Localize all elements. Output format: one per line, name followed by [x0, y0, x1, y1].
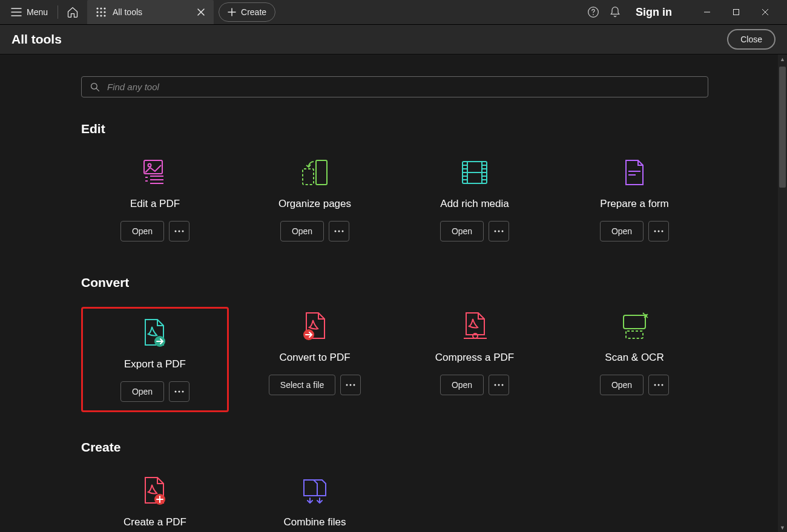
more-button[interactable] [648, 375, 669, 395]
plus-icon [228, 8, 236, 16]
open-button[interactable]: Open [280, 221, 324, 241]
svg-point-53 [495, 384, 496, 386]
search-input[interactable] [107, 82, 699, 92]
tool-label: Export a PDF [124, 358, 186, 370]
signin-link[interactable]: Sign in [631, 4, 677, 21]
svg-point-49 [350, 384, 352, 386]
svg-rect-11 [734, 10, 739, 15]
create-label: Create [241, 7, 266, 17]
tool-actions: Open [120, 221, 189, 241]
tool-label: Edit a PDF [130, 198, 180, 210]
svg-point-54 [498, 384, 500, 386]
svg-point-61 [662, 384, 664, 386]
close-window-button[interactable] [751, 1, 780, 24]
close-icon [762, 8, 769, 16]
more-button[interactable] [648, 221, 669, 241]
scrollbar[interactable]: ▲ ▼ [778, 54, 787, 532]
svg-rect-56 [624, 315, 645, 329]
scroll-up-icon[interactable]: ▲ [778, 54, 787, 64]
close-icon[interactable] [197, 8, 205, 16]
tool-card[interactable]: Convert to PDFSelect a file [241, 307, 389, 412]
scrollbar-thumb[interactable] [779, 67, 786, 188]
tool-grid: Edit a PDFOpenOrganize pagesOpenAdd rich… [81, 153, 708, 248]
page-title: All tools [12, 32, 62, 47]
tool-card[interactable]: Add rich mediaOpen [401, 153, 548, 248]
svg-point-20 [335, 231, 337, 232]
maximize-button[interactable] [722, 1, 751, 24]
svg-point-7 [100, 15, 102, 16]
scroll-down-icon[interactable]: ▼ [778, 523, 787, 532]
create-button[interactable]: Create [219, 2, 275, 22]
more-button[interactable] [169, 381, 189, 402]
hamburger-icon [11, 7, 22, 18]
svg-point-36 [498, 231, 500, 232]
maximize-icon [733, 8, 740, 16]
tool-actions: Select a file [269, 375, 361, 395]
ellipsis-icon [654, 230, 664, 232]
search-icon [90, 82, 100, 92]
svg-point-58 [645, 314, 647, 317]
search-field[interactable] [81, 76, 708, 97]
minimize-button[interactable] [693, 1, 722, 24]
home-button[interactable] [61, 1, 85, 23]
edit-pdf-icon [140, 158, 170, 187]
tool-label: Create a PDF [123, 516, 186, 528]
main: EditEdit a PDFOpenOrganize pagesOpenAdd … [0, 54, 787, 532]
more-button[interactable] [340, 375, 361, 395]
svg-point-4 [100, 11, 102, 13]
svg-point-42 [662, 231, 664, 232]
open-button[interactable]: Open [120, 381, 164, 402]
svg-point-37 [502, 231, 504, 232]
svg-point-6 [96, 15, 98, 16]
tool-card[interactable]: Prepare a formOpen [561, 153, 708, 248]
titlebar-right: Sign in [587, 1, 783, 24]
menu-button[interactable]: Menu [4, 3, 55, 21]
tool-label: Combine files [284, 516, 346, 528]
tool-card[interactable]: Combine filesOpen [241, 471, 389, 532]
scan-ocr-icon [620, 312, 649, 341]
tool-actions: Open [600, 375, 669, 395]
open-button[interactable]: Open [440, 375, 484, 395]
svg-point-16 [179, 231, 180, 232]
ellipsis-icon [174, 390, 184, 393]
tool-label: Add rich media [440, 198, 509, 210]
open-button[interactable]: Select a file [269, 375, 335, 395]
tool-card[interactable]: Export a PDFOpen [81, 307, 229, 412]
ellipsis-icon [346, 384, 355, 386]
tool-card[interactable]: Create a PDFOpen [81, 471, 229, 532]
tool-label: Prepare a form [600, 198, 668, 210]
more-button[interactable] [489, 375, 509, 395]
tool-card[interactable]: Organize pagesOpen [241, 153, 389, 248]
export-pdf-icon [140, 318, 170, 347]
more-button[interactable] [489, 221, 509, 241]
tool-card[interactable]: Compress a PDFOpen [401, 307, 548, 412]
open-button[interactable]: Open [440, 221, 484, 241]
tool-card[interactable]: Scan & OCROpen [561, 307, 708, 412]
apps-icon [96, 7, 107, 18]
open-button[interactable]: Open [120, 221, 164, 241]
tab-label: All tools [113, 7, 142, 17]
tool-actions: Open [120, 381, 189, 402]
close-button[interactable]: Close [727, 29, 775, 50]
more-button[interactable] [329, 221, 349, 241]
subheader: All tools Close [0, 25, 787, 54]
minimize-icon [703, 8, 711, 16]
tab-all-tools[interactable]: All tools [87, 0, 214, 24]
svg-point-17 [182, 231, 184, 232]
ellipsis-icon [174, 230, 184, 232]
convert-pdf-icon [300, 312, 329, 341]
open-button[interactable]: Open [600, 221, 644, 241]
svg-point-12 [91, 83, 97, 89]
bell-icon[interactable] [609, 6, 621, 18]
svg-point-8 [104, 15, 105, 16]
open-button[interactable]: Open [600, 375, 644, 395]
section-title: Convert [81, 275, 708, 290]
section-title: Edit [81, 122, 708, 136]
svg-point-2 [104, 7, 105, 9]
help-icon[interactable] [587, 6, 599, 18]
svg-point-5 [104, 11, 105, 13]
organize-pages-icon [300, 158, 329, 187]
more-button[interactable] [169, 221, 189, 241]
home-icon [67, 6, 79, 18]
tool-card[interactable]: Edit a PDFOpen [81, 153, 229, 248]
